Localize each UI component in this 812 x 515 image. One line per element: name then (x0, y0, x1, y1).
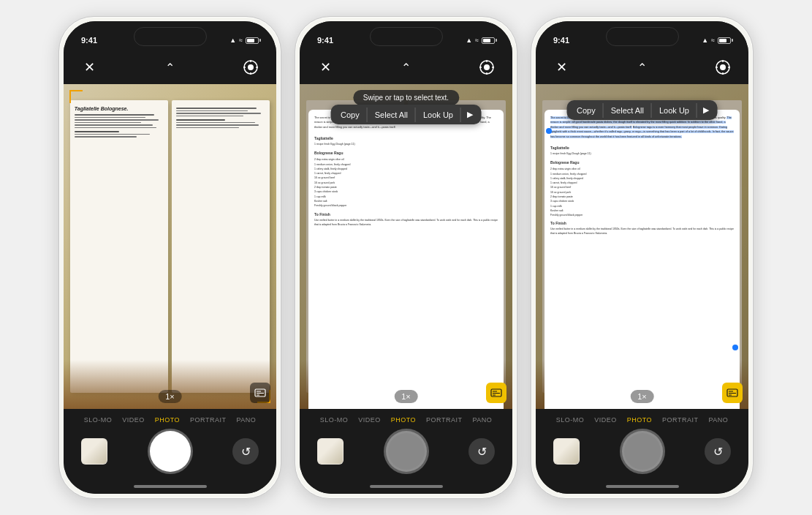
dynamic-island-2 (370, 27, 443, 46)
zoom-2[interactable]: 1× (394, 390, 418, 403)
viewfinder-3[interactable]: Copy Select All Look Up ▶ The secret to … (536, 84, 748, 409)
home-indicator-1 (64, 479, 276, 494)
home-indicator-3 (536, 479, 748, 494)
text-selection-menu-2: Copy Select All Look Up ▶ (330, 105, 482, 124)
thumbnail-3[interactable] (553, 438, 580, 465)
camera-modes-1: SLO-MO VIDEO PHOTO PORTRAIT PANO (64, 413, 276, 426)
mode-video-3[interactable]: VIDEO (594, 416, 617, 424)
status-bar-3: 9:41 ▲ ≈ (536, 21, 748, 53)
chevron-up-icon-1[interactable]: ⌃ (165, 61, 175, 75)
more-arrow-2[interactable]: ▶ (461, 105, 479, 124)
select-all-btn-2[interactable]: Select All (368, 105, 415, 124)
mode-portrait-2[interactable]: PORTRAIT (426, 416, 462, 424)
mode-video-1[interactable]: VIDEO (122, 416, 145, 424)
camera-top-1: ✕ ⌃ (64, 53, 276, 84)
live-text-btn-3[interactable] (722, 383, 743, 403)
finish-title-2: To Finish (314, 211, 498, 217)
signal-icon-1: ▲ (229, 37, 236, 44)
home-bar-2 (370, 485, 443, 488)
viewfinder-2[interactable]: Swipe or tap to select text. Copy Select… (300, 84, 512, 409)
mode-pano-2[interactable]: PANO (472, 416, 492, 424)
battery-icon-1 (246, 37, 259, 44)
zoom-3[interactable]: 1× (630, 390, 654, 403)
camera-controls-2: ↺ (300, 426, 512, 476)
look-up-btn-2[interactable]: Look Up (416, 105, 460, 124)
select-all-btn-3[interactable]: Select All (604, 101, 651, 120)
phone-3: 9:41 ▲ ≈ ✕ ⌃ (531, 16, 754, 499)
status-icons-2: ▲ ≈ (466, 37, 495, 44)
look-up-btn-3[interactable]: Look Up (652, 101, 697, 120)
camera-top-3: ✕ ⌃ (536, 53, 748, 84)
chevron-up-icon-2[interactable]: ⌃ (401, 61, 411, 75)
tagliattelle-desc-2: 1 recipe fresh Egg Dough (page 11) (314, 143, 498, 147)
mode-video-2[interactable]: VIDEO (358, 416, 381, 424)
mode-slomo-3[interactable]: SLO-MO (556, 416, 585, 424)
doc-content-2: The secret to Bolognese is that you don'… (314, 116, 498, 227)
ragu-ing-3: 2 tbsp extra-virgin olive oil1 medium on… (550, 167, 734, 217)
status-bar-2: 9:41 ▲ ≈ (300, 21, 512, 53)
svg-point-0 (248, 64, 254, 70)
status-time-2: 9:41 (317, 36, 333, 45)
camera-bottom-3: SLO-MO VIDEO PHOTO PORTRAIT PANO ↺ (536, 409, 748, 479)
mode-portrait-1[interactable]: PORTRAIT (190, 416, 226, 424)
battery-icon-3 (718, 37, 731, 44)
mode-slomo-1[interactable]: SLO-MO (84, 416, 113, 424)
copy-btn-3[interactable]: Copy (569, 101, 603, 120)
camera-top-2: ✕ ⌃ (300, 53, 512, 84)
wifi-icon-2: ≈ (475, 37, 479, 44)
live-text-btn-2[interactable] (486, 383, 506, 403)
flash-icon-1[interactable]: ✕ (78, 56, 100, 78)
rotate-btn-2[interactable]: ↺ (468, 438, 495, 465)
selection-handle-start[interactable] (546, 128, 552, 134)
finish-text-3: Use melted butter in a medium skillet by… (550, 228, 734, 236)
status-time-1: 9:41 (81, 36, 97, 45)
live-photo-icon-2[interactable] (476, 56, 498, 78)
thumbnail-1[interactable] (81, 438, 107, 465)
shutter-btn-1[interactable] (150, 431, 191, 472)
wifi-icon-3: ≈ (711, 37, 715, 44)
finish-text-2: Use melted butter in a medium skillet by… (314, 219, 498, 228)
rotate-btn-1[interactable]: ↺ (232, 438, 259, 465)
live-photo-icon-1[interactable] (240, 56, 262, 78)
live-text-btn-1[interactable] (250, 383, 270, 403)
chevron-up-icon-3[interactable]: ⌃ (637, 61, 647, 75)
phones-container: 9:41 ▲ ≈ ✕ ⌃ (44, 1, 768, 514)
svg-point-10 (484, 64, 490, 70)
status-bar-1: 9:41 ▲ ≈ (64, 21, 276, 53)
selection-handle-end[interactable] (732, 345, 738, 350)
more-arrow-3[interactable]: ▶ (697, 100, 715, 120)
live-photo-icon-3[interactable] (712, 56, 734, 78)
finish-title-3: To Finish (550, 220, 734, 226)
mode-pano-3[interactable]: PANO (708, 416, 728, 424)
text-selection-menu-3: Copy Select All Look Up ▶ (566, 100, 718, 120)
thumbnail-2[interactable] (317, 438, 344, 465)
ragu-title-2: Bolognese Ragu (314, 150, 498, 156)
mode-photo-3[interactable]: PHOTO (627, 416, 652, 424)
tagliattelle-label-2: Tagliattelle (314, 135, 498, 141)
zoom-1[interactable]: 1× (158, 390, 182, 403)
flash-icon-2[interactable]: ✕ (314, 56, 336, 78)
status-time-3: 9:41 (553, 36, 569, 45)
flash-icon-3[interactable]: ✕ (550, 56, 572, 78)
bracket-tl-1 (69, 90, 83, 103)
mode-photo-1[interactable]: PHOTO (155, 416, 180, 424)
wifi-icon-1: ≈ (239, 37, 243, 44)
home-bar-1 (134, 485, 207, 488)
status-icons-1: ▲ ≈ (229, 37, 259, 44)
doc-overlay-2: The secret to Bolognese is that you don'… (308, 110, 504, 409)
shutter-btn-3[interactable] (622, 431, 663, 472)
ragu-title-3: Bolognese Ragu (550, 159, 734, 165)
camera-controls-3: ↺ (536, 426, 748, 476)
mode-pano-1[interactable]: PANO (236, 416, 256, 424)
viewfinder-1[interactable]: Tagliatelle Bolognese. (64, 84, 276, 409)
rotate-btn-3[interactable]: ↺ (705, 438, 731, 465)
copy-btn-2[interactable]: Copy (333, 105, 367, 124)
shutter-btn-2[interactable] (386, 431, 427, 472)
camera-modes-2: SLO-MO VIDEO PHOTO PORTRAIT PANO (300, 413, 512, 426)
camera-controls-1: ↺ (64, 426, 276, 476)
signal-icon-3: ▲ (702, 37, 708, 44)
mode-portrait-3[interactable]: PORTRAIT (662, 416, 698, 424)
mode-photo-2[interactable]: PHOTO (391, 416, 416, 424)
mode-slomo-2[interactable]: SLO-MO (320, 416, 349, 424)
status-icons-3: ▲ ≈ (702, 37, 731, 44)
